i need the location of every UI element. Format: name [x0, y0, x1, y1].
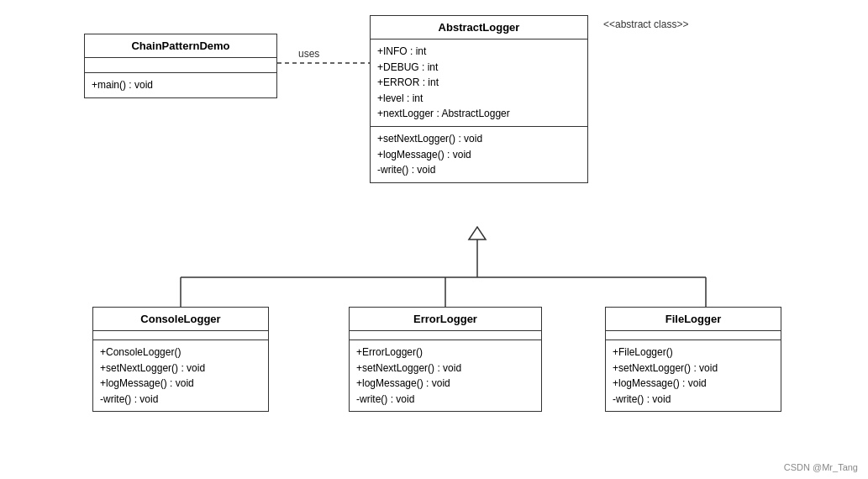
error-method-1: +setNextLogger() : void [356, 361, 534, 376]
method-main: +main() : void [92, 77, 270, 93]
attr-level: +level : int [377, 91, 581, 107]
error-method-3: -write() : void [356, 392, 534, 408]
error-logger-title: ErrorLogger [350, 308, 541, 331]
svg-marker-7 [469, 227, 486, 239]
file-logger-attributes [606, 331, 781, 340]
diagram-container: ChainPatternDemo +main() : void Abstract… [0, 0, 868, 479]
error-logger-name: ErrorLogger [413, 313, 477, 325]
abstract-logger-title: AbstractLogger [371, 16, 587, 39]
attr-debug: +DEBUG : int [377, 60, 581, 76]
chain-pattern-demo-title: ChainPatternDemo [85, 34, 276, 58]
method-logmessage: +logMessage() : void [377, 147, 581, 163]
chain-pattern-demo-box: ChainPatternDemo +main() : void [84, 34, 277, 98]
error-method-0: +ErrorLogger() [356, 345, 534, 361]
abstract-logger-attributes: +INFO : int +DEBUG : int +ERROR : int +l… [371, 39, 587, 127]
abstract-logger-methods: +setNextLogger() : void +logMessage() : … [371, 127, 587, 182]
console-logger-methods: +ConsoleLogger() +setNextLogger() : void… [93, 340, 268, 411]
abstract-logger-box: AbstractLogger +INFO : int +DEBUG : int … [370, 15, 588, 183]
error-method-2: +logMessage() : void [356, 376, 534, 392]
console-logger-box: ConsoleLogger +ConsoleLogger() +setNextL… [92, 307, 269, 412]
file-method-1: +setNextLogger() : void [613, 361, 774, 376]
file-method-0: +FileLogger() [613, 345, 774, 361]
file-logger-box: FileLogger +FileLogger() +setNextLogger(… [605, 307, 781, 412]
console-logger-attributes [93, 331, 268, 340]
chain-pattern-demo-methods: +main() : void [85, 73, 276, 97]
console-method-1: +setNextLogger() : void [100, 361, 261, 376]
uses-label: uses [298, 48, 319, 60]
chain-pattern-demo-name: ChainPatternDemo [131, 39, 229, 52]
error-logger-box: ErrorLogger +ErrorLogger() +setNextLogge… [349, 307, 542, 412]
error-logger-methods: +ErrorLogger() +setNextLogger() : void +… [350, 340, 541, 411]
console-logger-name: ConsoleLogger [140, 313, 220, 325]
console-method-3: -write() : void [100, 392, 261, 408]
attr-info: +INFO : int [377, 44, 581, 60]
console-method-2: +logMessage() : void [100, 376, 261, 392]
file-logger-methods: +FileLogger() +setNextLogger() : void +l… [606, 340, 781, 411]
attr-error: +ERROR : int [377, 75, 581, 91]
file-method-2: +logMessage() : void [613, 376, 774, 392]
chain-pattern-demo-attributes [85, 58, 276, 73]
console-method-0: +ConsoleLogger() [100, 345, 261, 361]
watermark: CSDN @Mr_Tang [784, 462, 858, 472]
method-setnextlogger: +setNextLogger() : void [377, 131, 581, 147]
abstract-logger-name: AbstractLogger [439, 21, 520, 34]
file-logger-title: FileLogger [606, 308, 781, 331]
error-logger-attributes [350, 331, 541, 340]
file-method-3: -write() : void [613, 392, 774, 408]
abstract-class-stereotype: <<abstract class>> [603, 18, 688, 30]
file-logger-name: FileLogger [665, 313, 721, 325]
attr-nextlogger: +nextLogger : AbstractLogger [377, 106, 581, 122]
method-write: -write() : void [377, 162, 581, 178]
console-logger-title: ConsoleLogger [93, 308, 268, 331]
